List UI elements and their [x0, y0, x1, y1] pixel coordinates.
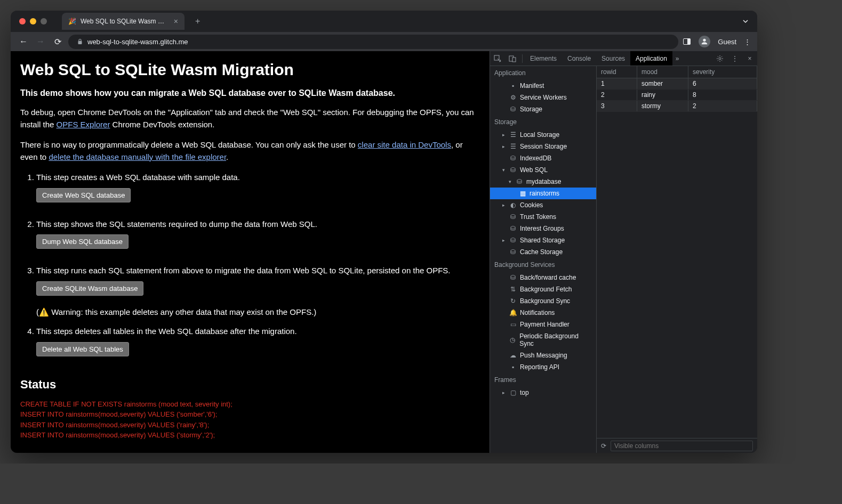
- forward-button[interactable]: →: [34, 35, 47, 48]
- menu-icon[interactable]: ⋮: [744, 38, 751, 46]
- profile-label: Guest: [718, 38, 736, 46]
- tab-title: Web SQL to SQLite Wasm Migr: [81, 18, 170, 25]
- sidebar-periodic-sync[interactable]: ◷Periodic Background Sync: [490, 330, 596, 349]
- sidebar-reporting-api[interactable]: ▪Reporting API: [490, 361, 596, 373]
- sidebar-storage[interactable]: ⛁Storage: [490, 103, 596, 115]
- status-heading: Status: [20, 378, 480, 392]
- content-row: Web SQL to SQLite Wasm Migration This de…: [11, 51, 757, 453]
- svg-rect-2: [687, 39, 691, 45]
- browser-window: 🎉 Web SQL to SQLite Wasm Migr × + ← → ⟳ …: [11, 11, 757, 453]
- device-toggle-icon[interactable]: [505, 55, 520, 62]
- delete-tables-button[interactable]: Delete all Web SQL tables: [36, 342, 129, 356]
- sidebar-indexeddb[interactable]: ⛁IndexedDB: [490, 152, 596, 164]
- step-3-warning: (⚠️ Warning: this example deletes any ot…: [36, 306, 480, 319]
- profile-avatar[interactable]: [699, 36, 710, 47]
- sidebar-interest-groups[interactable]: ⛁Interest Groups: [490, 223, 596, 234]
- svg-point-3: [703, 39, 706, 42]
- data-table: rowid mood severity 1 somber 6 2 rainy: [597, 66, 757, 438]
- address-bar[interactable]: web-sql-to-sqlite-wasm.glitch.me: [68, 35, 678, 49]
- back-button[interactable]: ←: [17, 35, 30, 48]
- minimize-window-icon[interactable]: [30, 18, 36, 25]
- opfs-explorer-link[interactable]: OPFS Explorer: [57, 120, 110, 129]
- sidebar-cookies[interactable]: ▸◐Cookies: [490, 199, 596, 211]
- svg-rect-0: [78, 41, 82, 44]
- new-tab-button[interactable]: +: [195, 17, 200, 26]
- more-icon[interactable]: ⋮: [727, 55, 742, 62]
- devtools-main: rowid mood severity 1 somber 6 2 rainy: [597, 66, 757, 453]
- step-3: This step runs each SQL statement from a…: [36, 265, 480, 318]
- sidebar-frame-top[interactable]: ▸▢top: [490, 387, 596, 399]
- table-row[interactable]: 3 stormy 2: [597, 101, 757, 112]
- step-2: This step shows the SQL statements requi…: [36, 218, 480, 260]
- sidebar-bg-sync[interactable]: ↻Background Sync: [490, 295, 596, 307]
- sidebar-manifest[interactable]: ▪Manifest: [490, 80, 596, 92]
- settings-icon[interactable]: [712, 55, 727, 62]
- close-tab-icon[interactable]: ×: [174, 17, 178, 26]
- url-text: web-sql-to-sqlite-wasm.glitch.me: [87, 38, 188, 46]
- close-window-icon[interactable]: [19, 18, 26, 25]
- delete-db-manually-link[interactable]: delete the database manually with the fi…: [49, 152, 226, 161]
- traffic-lights: [19, 18, 47, 25]
- sidebar-session-storage[interactable]: ▸☰Session Storage: [490, 141, 596, 152]
- tab-favicon: 🎉: [68, 18, 76, 25]
- lock-icon: [77, 38, 83, 45]
- paragraph-debug: To debug, open Chrome DevTools on the "A…: [20, 107, 480, 131]
- close-devtools-icon[interactable]: ×: [742, 55, 757, 62]
- col-rowid[interactable]: rowid: [597, 66, 637, 78]
- table-row[interactable]: 2 rainy 8: [597, 90, 757, 101]
- section-background: Background Services: [490, 258, 596, 272]
- tab-console[interactable]: Console: [562, 51, 596, 66]
- visible-columns-input[interactable]: [611, 441, 753, 451]
- section-storage: Storage: [490, 115, 596, 129]
- sidebar-bg-fetch[interactable]: ⇅Background Fetch: [490, 283, 596, 295]
- devtools-panel: Elements Console Sources Application » ⋮…: [490, 51, 757, 453]
- paragraph-delete: There is no way to programmatically dele…: [20, 139, 480, 163]
- step-4: This steps deletes all tables in the Web…: [36, 326, 480, 367]
- create-websql-button[interactable]: Create Web SQL database: [36, 188, 131, 202]
- inspect-icon[interactable]: [490, 55, 505, 62]
- browser-tab[interactable]: 🎉 Web SQL to SQLite Wasm Migr ×: [62, 13, 185, 30]
- tab-sources[interactable]: Sources: [596, 51, 630, 66]
- sidebar-table-rainstorms[interactable]: ▦rainstorms: [490, 188, 596, 199]
- svg-rect-6: [512, 58, 516, 62]
- page-subtitle: This demo shows how you can migrate a We…: [20, 88, 480, 98]
- panel-icon[interactable]: [683, 37, 691, 46]
- sidebar-notifications[interactable]: 🔔Notifications: [490, 307, 596, 319]
- status-log: CREATE TABLE IF NOT EXISTS rainstorms (m…: [20, 399, 480, 441]
- titlebar: 🎉 Web SQL to SQLite Wasm Migr × +: [11, 11, 757, 32]
- sidebar-shared-storage[interactable]: ▸⛁Shared Storage: [490, 234, 596, 246]
- devtools-body: Application ▪Manifest ⚙Service Workers ⛁…: [490, 66, 757, 453]
- step-1: This step creates a Web SQL database wit…: [36, 172, 480, 213]
- table-header: rowid mood severity: [597, 66, 757, 78]
- tab-elements[interactable]: Elements: [525, 51, 562, 66]
- page-content: Web SQL to SQLite Wasm Migration This de…: [11, 51, 490, 453]
- reload-button[interactable]: ⟳: [51, 35, 64, 48]
- maximize-window-icon[interactable]: [41, 18, 47, 25]
- sidebar-payment-handler[interactable]: ▭Payment Handler: [490, 319, 596, 330]
- tabs-more-icon[interactable]: »: [672, 55, 683, 62]
- sidebar-local-storage[interactable]: ▸☰Local Storage: [490, 129, 596, 141]
- page-title: Web SQL to SQLite Wasm Migration: [20, 61, 480, 79]
- create-sqlite-button[interactable]: Create SQLite Wasm database: [36, 281, 143, 296]
- col-mood[interactable]: mood: [637, 66, 688, 78]
- sidebar-websql[interactable]: ▾⛁Web SQL: [490, 164, 596, 176]
- dump-websql-button[interactable]: Dump Web SQL database: [36, 234, 129, 249]
- sidebar-push-messaging[interactable]: ☁Push Messaging: [490, 349, 596, 361]
- devtools-tabs: Elements Console Sources Application » ⋮…: [490, 51, 757, 66]
- refresh-icon[interactable]: ⟳: [601, 442, 606, 450]
- tabs-overflow-icon[interactable]: [742, 18, 749, 25]
- devtools-footer: ⟳: [597, 438, 757, 453]
- sidebar-db-mydatabase[interactable]: ▾⛁mydatabase: [490, 176, 596, 188]
- section-frames: Frames: [490, 373, 596, 387]
- table-row[interactable]: 1 somber 6: [597, 78, 757, 90]
- clear-site-data-link[interactable]: clear site data in DevTools: [358, 140, 451, 149]
- tab-application[interactable]: Application: [630, 51, 672, 66]
- col-severity[interactable]: severity: [688, 66, 757, 78]
- sidebar-cache-storage[interactable]: ⛁Cache Storage: [490, 246, 596, 258]
- sidebar-bf-cache[interactable]: ⛁Back/forward cache: [490, 272, 596, 283]
- steps-list: This step creates a Web SQL database wit…: [20, 172, 480, 367]
- devtools-sidebar: Application ▪Manifest ⚙Service Workers ⛁…: [490, 66, 597, 453]
- sidebar-service-workers[interactable]: ⚙Service Workers: [490, 92, 596, 103]
- address-bar-row: ← → ⟳ web-sql-to-sqlite-wasm.glitch.me G…: [11, 32, 757, 51]
- sidebar-trust-tokens[interactable]: ⛁Trust Tokens: [490, 211, 596, 223]
